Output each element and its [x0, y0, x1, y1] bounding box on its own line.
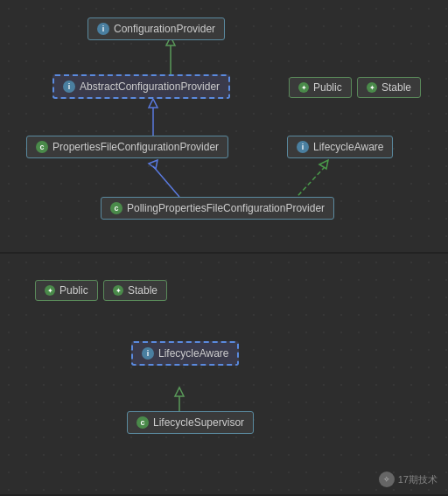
icon-c-propfile: c	[36, 141, 48, 153]
icon-c-lifecycle-supervisor: c	[136, 416, 149, 429]
badge-label: Stable	[128, 284, 158, 297]
icon-i-lifecycle-bottom: i	[142, 347, 154, 360]
svg-line-7	[153, 166, 179, 197]
watermark-text: 17期技术	[398, 473, 438, 486]
node-label: LifecycleAware	[313, 141, 383, 153]
icon-i-abstract: i	[63, 80, 75, 93]
badge-public-top: ✦ Public	[289, 77, 352, 98]
svg-marker-10	[319, 160, 328, 169]
watermark-icon: ✧	[379, 472, 395, 487]
badge-public-icon-2: ✦	[45, 285, 55, 296]
badge-stable-bottom: ✦ Stable	[103, 280, 167, 301]
node-label: PollingPropertiesFileConfigurationProvid…	[127, 202, 325, 214]
badge-stable-icon: ✦	[367, 82, 377, 93]
watermark: ✧ 17期技术	[379, 472, 438, 487]
bottom-panel: ✦ Public ✦ Stable i LifecycleAware c Lif…	[0, 254, 448, 496]
svg-marker-8	[149, 160, 158, 169]
badge-label: Stable	[382, 81, 411, 94]
node-lifecycle-aware-top[interactable]: i LifecycleAware	[287, 136, 393, 158]
badge-public-bottom: ✦ Public	[35, 280, 98, 301]
svg-marker-12	[175, 388, 184, 396]
node-label: LifecycleAware	[158, 347, 228, 360]
node-label: ConfigurationProvider	[114, 23, 215, 35]
icon-i-configprovider: i	[97, 23, 109, 35]
icon-c-polling: c	[110, 202, 122, 214]
badge-label: Public	[60, 284, 88, 297]
node-lifecycle-aware-bottom[interactable]: i LifecycleAware	[131, 341, 239, 366]
badge-stable-icon-2: ✦	[113, 285, 123, 296]
badge-stable-top: ✦ Stable	[357, 77, 421, 98]
node-properties-file-config-provider[interactable]: c PropertiesFileConfigurationProvider	[26, 136, 228, 158]
node-lifecycle-supervisor[interactable]: c LifecycleSupervisor	[127, 411, 254, 434]
watermark-symbol: ✧	[383, 475, 390, 484]
node-configuration-provider[interactable]: i ConfigurationProvider	[88, 17, 225, 40]
badge-public-icon: ✦	[298, 82, 309, 93]
svg-marker-6	[149, 99, 158, 108]
node-label: PropertiesFileConfigurationProvider	[52, 141, 219, 153]
node-abstract-config-provider[interactable]: i AbstractConfigurationProvider	[52, 74, 230, 99]
node-polling-properties-provider[interactable]: c PollingPropertiesFileConfigurationProv…	[101, 197, 334, 220]
node-label: AbstractConfigurationProvider	[80, 80, 220, 93]
badge-label: Public	[313, 81, 342, 94]
top-panel: i ConfigurationProvider i AbstractConfig…	[0, 0, 448, 254]
icon-i-lifecycle: i	[297, 141, 309, 153]
node-label: LifecycleSupervisor	[153, 416, 244, 429]
